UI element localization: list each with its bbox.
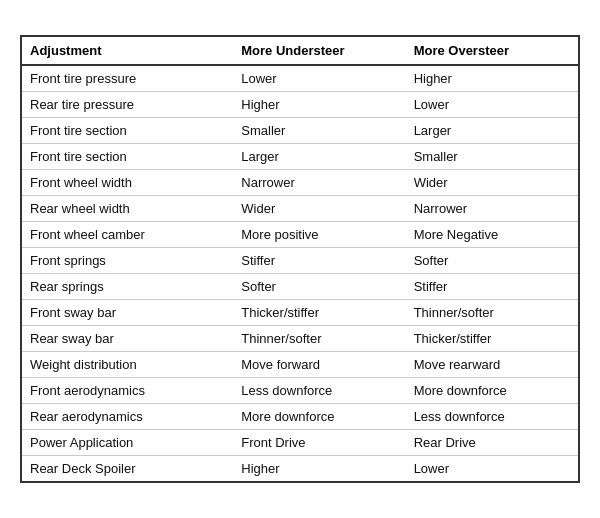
cell-r7-c1: Stiffer	[233, 248, 405, 274]
table-row: Rear springsSofterStiffer	[22, 274, 578, 300]
table-row: Front sway barThicker/stifferThinner/sof…	[22, 300, 578, 326]
cell-r3-c2: Smaller	[406, 144, 578, 170]
cell-r11-c2: Move rearward	[406, 352, 578, 378]
table-body: Front tire pressureLowerHigherRear tire …	[22, 65, 578, 481]
table-row: Front tire sectionLargerSmaller	[22, 144, 578, 170]
cell-r6-c2: More Negative	[406, 222, 578, 248]
col-header-oversteer: More Oversteer	[406, 37, 578, 65]
table-row: Rear tire pressureHigherLower	[22, 92, 578, 118]
cell-r5-c1: Wider	[233, 196, 405, 222]
cell-r0-c0: Front tire pressure	[22, 65, 233, 92]
col-header-adjustment: Adjustment	[22, 37, 233, 65]
cell-r14-c1: Front Drive	[233, 430, 405, 456]
cell-r4-c2: Wider	[406, 170, 578, 196]
cell-r4-c1: Narrower	[233, 170, 405, 196]
cell-r1-c0: Rear tire pressure	[22, 92, 233, 118]
cell-r5-c0: Rear wheel width	[22, 196, 233, 222]
cell-r10-c2: Thicker/stiffer	[406, 326, 578, 352]
cell-r14-c2: Rear Drive	[406, 430, 578, 456]
cell-r5-c2: Narrower	[406, 196, 578, 222]
cell-r3-c1: Larger	[233, 144, 405, 170]
table-row: Rear aerodynamicsMore downforceLess down…	[22, 404, 578, 430]
cell-r13-c1: More downforce	[233, 404, 405, 430]
table-row: Power ApplicationFront DriveRear Drive	[22, 430, 578, 456]
cell-r8-c0: Rear springs	[22, 274, 233, 300]
cell-r15-c0: Rear Deck Spoiler	[22, 456, 233, 482]
cell-r12-c1: Less downforce	[233, 378, 405, 404]
cell-r0-c1: Lower	[233, 65, 405, 92]
cell-r15-c2: Lower	[406, 456, 578, 482]
cell-r3-c0: Front tire section	[22, 144, 233, 170]
cell-r10-c0: Rear sway bar	[22, 326, 233, 352]
cell-r13-c0: Rear aerodynamics	[22, 404, 233, 430]
table-row: Front wheel widthNarrowerWider	[22, 170, 578, 196]
cell-r8-c2: Stiffer	[406, 274, 578, 300]
cell-r9-c2: Thinner/softer	[406, 300, 578, 326]
table-row: Rear sway barThinner/softerThicker/stiff…	[22, 326, 578, 352]
cell-r9-c0: Front sway bar	[22, 300, 233, 326]
cell-r2-c2: Larger	[406, 118, 578, 144]
table-header-row: Adjustment More Understeer More Overstee…	[22, 37, 578, 65]
cell-r15-c1: Higher	[233, 456, 405, 482]
cell-r2-c1: Smaller	[233, 118, 405, 144]
cell-r6-c0: Front wheel camber	[22, 222, 233, 248]
cell-r8-c1: Softer	[233, 274, 405, 300]
main-table-container: Adjustment More Understeer More Overstee…	[20, 35, 580, 483]
table-row: Front tire sectionSmallerLarger	[22, 118, 578, 144]
cell-r11-c1: Move forward	[233, 352, 405, 378]
cell-r4-c0: Front wheel width	[22, 170, 233, 196]
cell-r12-c0: Front aerodynamics	[22, 378, 233, 404]
table-row: Rear wheel widthWiderNarrower	[22, 196, 578, 222]
table-row: Front wheel camberMore positiveMore Nega…	[22, 222, 578, 248]
cell-r7-c2: Softer	[406, 248, 578, 274]
cell-r10-c1: Thinner/softer	[233, 326, 405, 352]
cell-r13-c2: Less downforce	[406, 404, 578, 430]
table-row: Front tire pressureLowerHigher	[22, 65, 578, 92]
cell-r7-c0: Front springs	[22, 248, 233, 274]
table-row: Weight distributionMove forwardMove rear…	[22, 352, 578, 378]
table-row: Front springsStifferSofter	[22, 248, 578, 274]
cell-r1-c1: Higher	[233, 92, 405, 118]
col-header-understeer: More Understeer	[233, 37, 405, 65]
cell-r14-c0: Power Application	[22, 430, 233, 456]
cell-r2-c0: Front tire section	[22, 118, 233, 144]
table-row: Front aerodynamicsLess downforceMore dow…	[22, 378, 578, 404]
adjustment-table: Adjustment More Understeer More Overstee…	[22, 37, 578, 481]
cell-r11-c0: Weight distribution	[22, 352, 233, 378]
cell-r0-c2: Higher	[406, 65, 578, 92]
cell-r1-c2: Lower	[406, 92, 578, 118]
cell-r6-c1: More positive	[233, 222, 405, 248]
cell-r9-c1: Thicker/stiffer	[233, 300, 405, 326]
cell-r12-c2: More downforce	[406, 378, 578, 404]
table-row: Rear Deck SpoilerHigherLower	[22, 456, 578, 482]
